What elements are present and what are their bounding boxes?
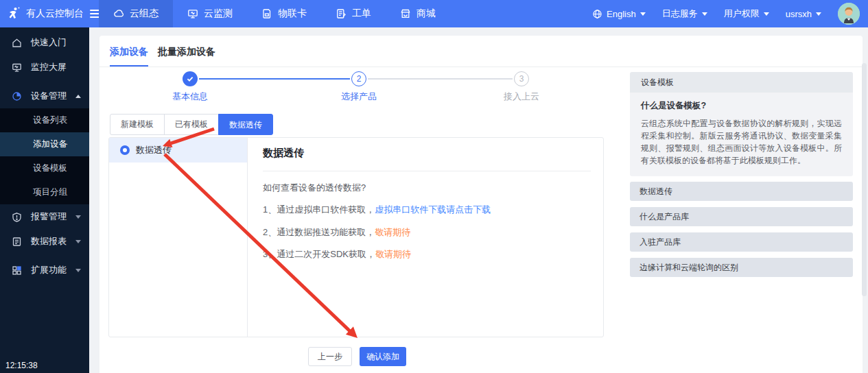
main-area: 添加设备 批量添加设备 2 3 基本信息 选择产品 接入上云 新建模板 已有模板…: [89, 27, 868, 373]
list-item: 3、通过二次开发SDK获取，敬请期待: [263, 248, 411, 261]
nav-item-work-order[interactable]: 工单: [321, 0, 386, 27]
step-basic-info-dot: [183, 71, 198, 86]
sidebar-item-data-report[interactable]: 数据报表: [0, 229, 89, 254]
help-question-title: 什么是设备模板?: [641, 100, 842, 112]
step-select-product-label: 选择产品: [318, 91, 400, 103]
list-item: 1、通过虚拟串口软件获取，虚拟串口软件下载请点击下载: [263, 204, 491, 216]
sidebar-subitem-add-device[interactable]: 添加设备: [0, 132, 89, 156]
app-title: 有人云控制台: [26, 8, 84, 20]
device-management-submenu: 设备列表 添加设备 设备模板 项目分组: [0, 108, 89, 204]
template-type-tabs: 新建模板 已有模板 数据透传: [110, 114, 273, 135]
usr-logo-icon: [6, 6, 21, 21]
option-list: 数据透传: [109, 138, 248, 337]
username-dropdown[interactable]: usrsxh: [786, 9, 821, 19]
sidebar-item-monitor-screen[interactable]: 监控大屏: [0, 55, 89, 80]
nav-item-iot-card[interactable]: 物联卡: [247, 0, 321, 27]
help-item-edge-vs-cloud-polling[interactable]: 边缘计算和云端轮询的区别: [630, 258, 853, 277]
ttab-new-template[interactable]: 新建模板: [110, 114, 165, 135]
apps-grid-icon: [12, 265, 22, 276]
help-item-join-product-library[interactable]: 入驻产品库: [630, 232, 853, 252]
step-select-product-dot: 2: [351, 71, 366, 86]
home-icon: [12, 38, 22, 48]
sidebar-subitem-device-list[interactable]: 设备列表: [0, 108, 89, 132]
help-device-template-body: 什么是设备模板? 云组态系统中配置与设备数据协议的解析规则，实现远程采集和控制。…: [630, 93, 853, 176]
caret-down-icon: [764, 12, 769, 16]
coming-soon-text: 敬请期待: [375, 227, 410, 237]
caret-down-icon: [816, 12, 821, 16]
tab-add-device[interactable]: 添加设备: [110, 36, 148, 67]
avatar[interactable]: [838, 3, 860, 25]
clock-timestamp: 12:15:38: [5, 361, 38, 370]
check-icon: [186, 75, 194, 83]
help-item-what-is-product-library[interactable]: 什么是产品库: [630, 207, 853, 226]
user-permission-dropdown[interactable]: 用户权限: [724, 8, 769, 20]
sidebar-subitem-device-template[interactable]: 设备模板: [0, 156, 89, 180]
step-basic-info-label: 基本信息: [149, 91, 231, 103]
download-link[interactable]: 虚拟串口软件下载请点击下载: [375, 204, 491, 215]
nav-item-mall[interactable]: 商城: [386, 0, 450, 27]
help-device-template-header[interactable]: 设备模板: [630, 72, 853, 93]
nav-item-cloud-config[interactable]: 云组态: [99, 0, 173, 27]
previous-step-button[interactable]: 上一步: [308, 347, 352, 366]
sidebar-item-quick-start[interactable]: 快速入门: [0, 30, 89, 55]
caret-down-icon: [75, 215, 81, 219]
sidebar-subitem-project-group[interactable]: 项目分组: [0, 180, 89, 204]
radio-selected-icon: [120, 145, 130, 155]
sidebar-item-extended-function[interactable]: 扩展功能: [0, 258, 89, 282]
step-access-cloud-dot: 3: [514, 71, 529, 86]
sidebar-item-alarm-management[interactable]: 报警管理: [0, 204, 89, 229]
scrollbar[interactable]: [862, 63, 867, 296]
ttab-data-passthrough[interactable]: 数据透传: [218, 114, 273, 135]
work-order-icon: [336, 8, 347, 19]
step-connector-done: [199, 78, 350, 80]
content-card: 添加设备 批量添加设备 2 3 基本信息 选择产品 接入上云 新建模板 已有模板…: [99, 36, 863, 373]
panel-title: 数据透传: [263, 147, 304, 160]
divider: [263, 171, 591, 171]
top-nav: 云组态 云监测 物联卡: [99, 0, 450, 27]
cloud-icon: [113, 8, 124, 19]
step-connector-pending: [368, 78, 513, 80]
coming-soon-text: 敬请期待: [375, 249, 411, 259]
big-screen-icon: [12, 62, 22, 73]
storefront-icon: [400, 8, 411, 19]
question-text: 如何查看设备的透传数据?: [263, 182, 366, 194]
help-column: 设备模板 什么是设备模板? 云组态系统中配置与设备数据协议的解析规则，实现远程采…: [630, 72, 853, 277]
caret-down-icon: [75, 269, 81, 272]
nav-item-cloud-monitor[interactable]: 云监测: [173, 0, 247, 27]
caret-up-icon: [75, 95, 81, 98]
radio-data-passthrough[interactable]: 数据透传: [109, 138, 247, 163]
caret-down-icon: [640, 12, 646, 16]
logo-section: 有人云控制台: [0, 6, 89, 21]
step-access-cloud-label: 接入上云: [480, 91, 563, 103]
caret-down-icon: [702, 12, 707, 16]
globe-icon: [592, 9, 602, 19]
log-service-dropdown[interactable]: 日志服务: [662, 8, 707, 20]
header-right: English 日志服务 用户权限 usrsxh: [592, 3, 868, 25]
menu-collapse-button[interactable]: [90, 10, 99, 18]
alarm-icon: [12, 212, 22, 222]
gauge-icon: [12, 91, 22, 101]
caret-down-icon: [75, 240, 81, 243]
confirm-add-button[interactable]: 确认添加: [360, 347, 406, 366]
tab-batch-add-device[interactable]: 批量添加设备: [158, 36, 215, 67]
passthrough-panel: 数据透传 数据透传 如何查看设备的透传数据? 1、通过虚拟串口软件获取，虚拟串口…: [108, 137, 604, 337]
top-header: 有人云控制台 云组态 云监测: [0, 0, 868, 27]
sidebar: 快速入门 监控大屏 设备管理 设备列表 添加设备 设备模板 项目分组: [0, 27, 89, 373]
monitor-icon: [187, 8, 198, 19]
list-item: 2、通过数据推送功能获取，敬请期待: [263, 226, 410, 239]
sidebar-item-device-management[interactable]: 设备管理: [0, 84, 89, 108]
help-item-data-passthrough[interactable]: 数据透传: [630, 182, 853, 201]
help-device-template-box: 设备模板 什么是设备模板? 云组态系统中配置与设备数据协议的解析规则，实现远程采…: [630, 72, 853, 176]
passthrough-detail: 数据透传 如何查看设备的透传数据? 1、通过虚拟串口软件获取，虚拟串口软件下载请…: [248, 138, 603, 337]
language-dropdown[interactable]: English: [592, 9, 646, 19]
help-paragraph: 云组态系统中配置与设备数据协议的解析规则，实现远程采集和控制。新版云服务将通讯协…: [641, 117, 842, 167]
page-tabbar: 添加设备 批量添加设备: [99, 36, 863, 67]
report-icon: [12, 237, 22, 247]
sim-card-icon: [261, 8, 272, 19]
ttab-existing-template[interactable]: 已有模板: [164, 114, 219, 135]
